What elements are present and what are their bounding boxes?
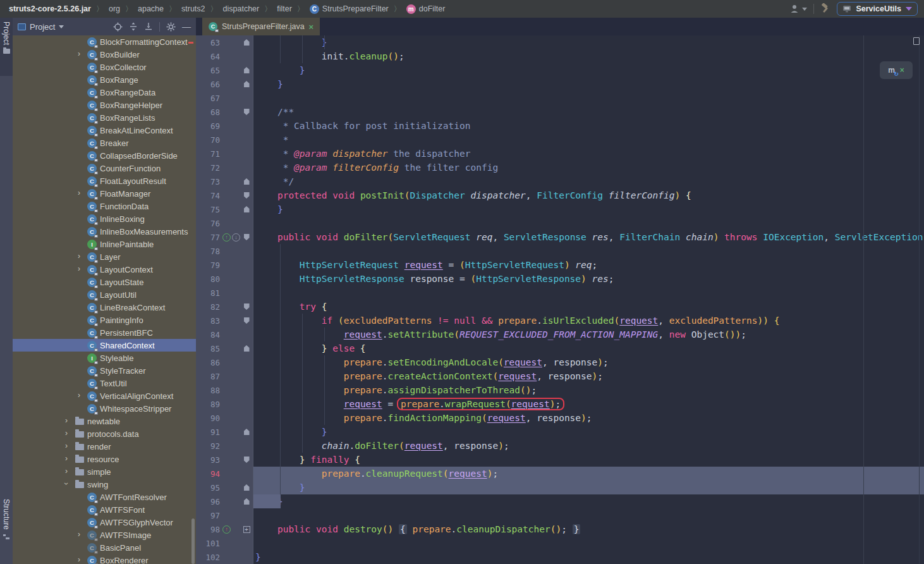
gutter[interactable]: 66 <box>196 77 253 91</box>
code-text[interactable]: } <box>253 550 924 564</box>
fold-marker-icon[interactable] <box>244 457 250 463</box>
line-number[interactable]: 84 <box>196 330 220 340</box>
line-number[interactable]: 76 <box>196 219 220 228</box>
collapse-all-icon[interactable] <box>144 22 153 31</box>
fold-marker-icon[interactable] <box>244 109 250 115</box>
line-number[interactable]: 83 <box>196 316 220 326</box>
code-line-85[interactable]: 85 } else { <box>196 341 924 355</box>
gutter[interactable]: 70 <box>196 133 253 147</box>
line-number[interactable]: 81 <box>196 288 220 298</box>
tool-button-structure[interactable]: Structure <box>0 495 13 558</box>
code-text[interactable]: HttpServletRequest request = (HttpServle… <box>253 258 924 272</box>
tree-item-VerticalAlignContext[interactable]: ›CVerticalAlignContext <box>13 389 196 402</box>
code-line-78[interactable]: 78 <box>196 244 924 258</box>
tree-item-InlinePaintable[interactable]: IInlinePaintable <box>13 238 196 250</box>
fold-marker-icon[interactable] <box>244 192 250 199</box>
tree-item-Breaker[interactable]: CBreaker <box>13 137 196 149</box>
tree-item-FunctionData[interactable]: CFunctionData <box>13 200 196 212</box>
chevron-collapsed-icon[interactable]: › <box>63 454 70 463</box>
code-text[interactable]: public void doFilter(ServletRequest req,… <box>253 230 924 244</box>
line-number[interactable]: 74 <box>196 191 220 200</box>
line-number[interactable]: 92 <box>196 441 220 451</box>
code-text[interactable]: } <box>253 77 924 91</box>
line-number[interactable]: 102 <box>196 553 220 562</box>
line-number[interactable]: 79 <box>196 261 220 270</box>
code-text[interactable]: prepare.setEncodingAndLocale(request, re… <box>253 355 924 369</box>
gutter[interactable]: 93 <box>196 453 253 467</box>
gutter[interactable]: 90 <box>196 411 253 425</box>
code-text[interactable]: init.cleanup(); <box>253 49 924 63</box>
gutter[interactable]: 64 <box>196 49 253 63</box>
chevron-collapsed-icon[interactable]: › <box>76 391 82 400</box>
line-number[interactable]: 94 <box>196 469 220 479</box>
chevron-expanded-icon[interactable]: › <box>62 481 71 487</box>
run-configuration-select[interactable]: ServiceUtils <box>837 2 918 16</box>
chevron-collapsed-icon[interactable]: › <box>76 555 82 564</box>
line-number[interactable]: 67 <box>196 94 220 103</box>
tree-item-FloatLayoutResult[interactable]: CFloatLayoutResult <box>13 175 196 187</box>
code-line-73[interactable]: 73 */ <box>196 175 924 188</box>
code-text[interactable]: chain.doFilter(request, response); <box>253 439 924 453</box>
code-line-94[interactable]: 94 prepare.cleanupRequest(request); <box>196 467 924 481</box>
gutter[interactable]: 88 <box>196 383 253 397</box>
tree-item-LineBreakContext[interactable]: CLineBreakContext <box>13 301 196 314</box>
gutter[interactable]: 81 <box>196 286 253 300</box>
gutter[interactable]: 94 <box>196 467 253 481</box>
line-number[interactable]: 77 <box>196 233 220 242</box>
tree-item-InlineBoxMeasurements[interactable]: CInlineBoxMeasurements <box>13 225 196 238</box>
code-text[interactable]: } else { <box>253 341 924 355</box>
fold-marker-icon[interactable] <box>244 303 250 310</box>
code-text[interactable]: prepare.cleanupRequest(request); <box>253 467 924 481</box>
line-number[interactable]: 75 <box>196 205 220 214</box>
code-line-75[interactable]: 75 } <box>196 202 924 216</box>
tree-item-SharedContext[interactable]: CSharedContext <box>13 339 196 352</box>
code-line-74[interactable]: 74 protected void postInit(Dispatcher di… <box>196 188 924 202</box>
line-number[interactable]: 98 <box>196 525 220 534</box>
project-panel-title[interactable]: Project <box>30 22 55 32</box>
chevron-collapsed-icon[interactable]: › <box>76 49 82 58</box>
fold-marker-icon[interactable] <box>244 178 250 185</box>
gutter[interactable]: 63 <box>196 35 253 49</box>
code-line-71[interactable]: 71 * @param dispatcher the dispatcher <box>196 147 924 161</box>
tree-item-BlockFormattingContext[interactable]: CBlockFormattingContext <box>13 35 196 48</box>
tree-item-resource[interactable]: ›resource <box>13 453 196 465</box>
code-line-69[interactable]: 69 * Callback for post initialization <box>196 119 924 133</box>
gutter[interactable]: 79 <box>196 258 253 272</box>
code-text[interactable]: request = prepare.wrapRequest(request); <box>253 397 924 411</box>
fold-marker-icon[interactable] <box>244 317 250 324</box>
gutter[interactable]: 101 <box>196 536 253 550</box>
chevron-collapsed-icon[interactable]: › <box>76 530 82 539</box>
chevron-collapsed-icon[interactable]: › <box>76 188 82 197</box>
breadcrumb-item[interactable]: filter <box>274 4 295 13</box>
tree-item-CollapsedBorderSide[interactable]: CCollapsedBorderSide <box>13 149 196 162</box>
code-text[interactable]: * @param filterConfig the filter config <box>253 161 924 175</box>
chevron-collapsed-icon[interactable]: › <box>63 416 70 425</box>
line-number[interactable]: 63 <box>196 38 220 47</box>
tree-item-protocols.data[interactable]: ›protocols.data <box>13 427 196 440</box>
gutter[interactable]: 102 <box>196 550 253 564</box>
code-line-92[interactable]: 92 chain.doFilter(request, response); <box>196 439 924 453</box>
code-line-93[interactable]: 93 } finally { <box>196 453 924 467</box>
tree-item-AWTFSImage[interactable]: ›CAWTFSImage <box>13 529 196 541</box>
tree-item-BoxRangeLists[interactable]: CBoxRangeLists <box>13 111 196 124</box>
tree-item-LayoutUtil[interactable]: CLayoutUtil <box>13 288 196 301</box>
code-text[interactable]: * @param dispatcher the dispatcher <box>253 147 924 161</box>
widget-close-icon[interactable]: × <box>900 66 904 75</box>
line-number[interactable]: 70 <box>196 135 220 145</box>
tree-item-newtable[interactable]: ›newtable <box>13 415 196 427</box>
code-text[interactable]: } <box>253 425 924 439</box>
tree-item-StyleTracker[interactable]: CStyleTracker <box>13 364 196 377</box>
user-icon[interactable] <box>790 4 807 13</box>
gutter[interactable]: 97 <box>196 508 253 522</box>
gutter[interactable]: 78 <box>196 244 253 258</box>
line-number[interactable]: 88 <box>196 386 220 395</box>
line-number[interactable]: 90 <box>196 414 220 423</box>
code-text[interactable]: * <box>253 133 924 147</box>
code-line-102[interactable]: 102} <box>196 550 924 564</box>
breadcrumb-item[interactable]: org <box>106 4 123 13</box>
code-text[interactable]: protected void postInit(Dispatcher dispa… <box>253 188 924 202</box>
code-line-72[interactable]: 72 * @param filterConfig the filter conf… <box>196 161 924 175</box>
code-line-70[interactable]: 70 * <box>196 133 924 147</box>
overrides-method-icon[interactable]: ↑ <box>222 233 231 242</box>
gutter[interactable]: 65 <box>196 63 253 77</box>
